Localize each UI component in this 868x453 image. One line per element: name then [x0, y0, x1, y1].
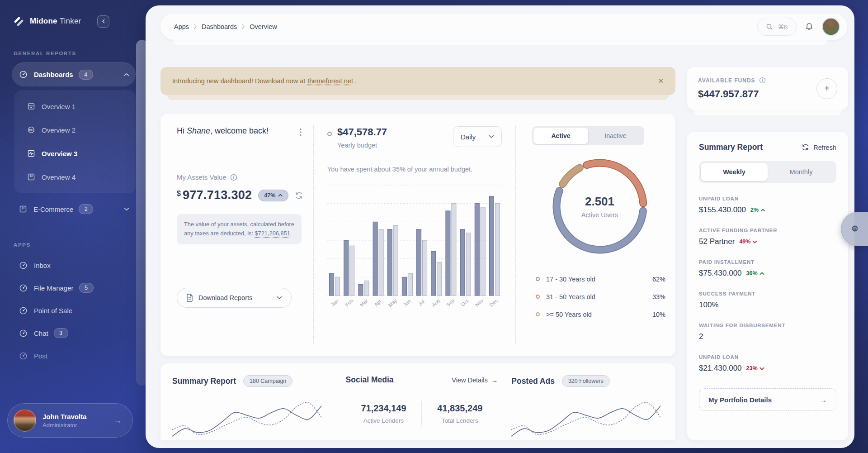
breadcrumb-overview[interactable]: Overview	[250, 23, 277, 30]
stat-label: PAID INSTALLMENT	[699, 259, 836, 265]
chevron-down-icon	[277, 296, 282, 300]
stat-label: WAITING FOR DISBURSEMENT	[699, 323, 836, 328]
chevron-down-icon	[752, 240, 757, 243]
sidebar-item-post[interactable]: Post	[12, 344, 136, 367]
apps-menu: InboxFile Manager5Point of SaleChat3Post	[12, 254, 136, 367]
legend-dot-icon	[536, 295, 540, 299]
user-name: John Travolta	[42, 413, 87, 420]
summary-report-panel: Summary Report Refresh Weekly Monthly UN…	[687, 132, 848, 440]
refresh-icon[interactable]	[295, 191, 303, 200]
stat-label: SUCCESS PAYMENT	[699, 291, 836, 296]
bookmark-icon	[27, 173, 35, 181]
download-reports-button[interactable]: Download Reports	[177, 288, 292, 308]
bottom-panel: Summary Report 180 Campaign Social Media…	[160, 363, 675, 440]
total-lenders-stat: 41,835,249 Total Lenders	[422, 403, 498, 424]
sidebar-item-label: Inbox	[34, 262, 51, 269]
chevron-up-icon	[124, 73, 129, 76]
chevron-right-icon	[241, 24, 245, 29]
info-icon	[230, 174, 237, 181]
activity-icon	[27, 149, 35, 157]
topbar: Apps Dashboards Overview ⌘K	[160, 14, 847, 40]
summary-spark-chart	[172, 393, 332, 439]
section-label-general-reports: GENERAL REPORTS	[14, 51, 136, 56]
count-badge: 5	[79, 283, 94, 293]
sidebar-item-overview-1[interactable]: Overview 1	[20, 95, 130, 118]
search-input[interactable]: ⌘K	[757, 18, 797, 36]
funds-card-echo	[693, 110, 842, 115]
panel-title: Summary Report	[699, 143, 763, 152]
dashboards-submenu: Overview 1 Overview 2 Overview 3 Overvie…	[14, 90, 136, 193]
gear-icon	[850, 224, 860, 234]
chevron-up-icon	[278, 194, 283, 197]
breadcrumb-apps[interactable]: Apps	[174, 23, 189, 30]
chevron-up-icon	[760, 209, 765, 212]
overview-panel: Hi Shane, welcome back! My Assets Value …	[160, 114, 675, 356]
sidebar-item-inbox[interactable]: Inbox	[12, 254, 136, 277]
breadcrumb-dashboards[interactable]: Dashboards	[202, 23, 237, 30]
user-profile-card[interactable]: John Travolta Administrator →	[7, 403, 133, 438]
stat-delta: 23%	[746, 365, 764, 372]
search-icon	[766, 23, 773, 30]
banner-close-icon[interactable]: ✕	[658, 77, 664, 85]
chevron-right-icon	[193, 24, 197, 29]
chevron-down-icon	[124, 207, 129, 211]
stat-label: ACTIVE FUNDING PARTNER	[699, 228, 836, 233]
ecommerce-count-badge: 2	[79, 204, 93, 214]
active-users-donut: 2.501 Active Users	[548, 154, 652, 258]
tab-monthly[interactable]: Monthly	[768, 163, 835, 181]
sidebar-item-chat[interactable]: Chat3	[12, 322, 136, 344]
tab-inactive[interactable]: Inactive	[588, 128, 643, 144]
add-funds-button[interactable]: +	[816, 78, 837, 99]
stat-delta: 36%	[746, 270, 764, 277]
budget-description: You have spent about 35% of your annual …	[327, 164, 476, 174]
available-funds-value: $447.957.877	[698, 88, 766, 100]
sidebar-item-point-of-sale[interactable]: Point of Sale	[12, 299, 136, 322]
active-inactive-toggle: Active Inactive	[532, 126, 644, 145]
budget-amount: $47,578.77	[337, 126, 387, 138]
announcement-banner: Introducing new dashboard! Download now …	[160, 67, 675, 95]
portfolio-details-button[interactable]: My Portfolio Details →	[699, 388, 836, 411]
layout-icon	[27, 102, 35, 110]
sidebar-item-dashboards[interactable]: Dashboards 4	[12, 62, 136, 86]
assets-note: The value of your assets, calculated bef…	[177, 214, 302, 244]
sidebar-item-ecommerce[interactable]: E-Commerce 2	[12, 198, 136, 220]
notifications-bell-icon[interactable]	[805, 22, 814, 32]
banner-link[interactable]: themeforest.net	[307, 77, 353, 85]
budget-label: Yearly budget	[337, 142, 387, 149]
summary-stat-waiting-for-disbursement: WAITING FOR DISBURSEMENT2	[699, 323, 836, 341]
chevron-up-icon	[760, 272, 764, 275]
stat-delta: 49%	[739, 238, 757, 245]
ads-spark-chart	[511, 393, 664, 439]
sidebar-item-label: Chat	[34, 329, 48, 337]
sidebar-item-overview-4[interactable]: Overview 4	[20, 165, 130, 189]
gauge-icon	[19, 70, 28, 79]
gauge-icon	[19, 284, 28, 292]
chevron-down-icon	[760, 367, 764, 370]
assets-delta-badge[interactable]: 47%	[258, 190, 288, 201]
view-details-link[interactable]: View Details→	[452, 377, 498, 384]
tab-active[interactable]: Active	[533, 128, 588, 144]
header-avatar[interactable]	[822, 18, 840, 36]
available-funds-card: AVAILABLE FUNDS $447.957.877 +	[687, 67, 848, 110]
banner-echo	[167, 95, 669, 100]
tab-weekly[interactable]: Weekly	[701, 163, 768, 181]
refresh-icon	[802, 143, 809, 151]
sidebar-item-file-manager[interactable]: File Manager5	[12, 277, 136, 299]
sidebar-item-overview-3[interactable]: Overview 3	[20, 142, 130, 165]
sidebar-item-overview-2[interactable]: Overview 2	[20, 118, 130, 142]
user-role: Administrator	[42, 422, 87, 429]
budget-bar-chart: JanFebMarAprMayJunJulAugSepOctNovDec	[327, 184, 502, 305]
screen: Midone Tinker GENERAL REPORTS Dashboards…	[0, 0, 868, 453]
active-users-count: 2.501	[585, 195, 614, 209]
brand-row: Midone Tinker	[12, 14, 136, 29]
legend-dot-icon	[536, 312, 540, 316]
legend-item: 31 - 50 Years old33%	[536, 288, 665, 305]
assets-title: My Assets Value	[177, 173, 302, 181]
stat-delta: 2%	[750, 207, 765, 213]
kebab-menu-icon[interactable]	[300, 126, 302, 136]
topbar-echo	[173, 40, 827, 45]
budget-period-select[interactable]: Daily	[453, 126, 502, 147]
sidebar-collapse-button[interactable]	[97, 15, 109, 28]
refresh-button[interactable]: Refresh	[802, 143, 836, 151]
dashboards-count-badge: 4	[79, 70, 93, 80]
